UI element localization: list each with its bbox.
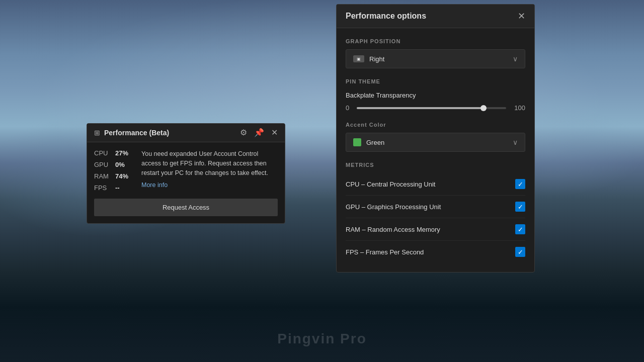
metric-row-cpu: CPU 27% bbox=[94, 149, 134, 157]
accent-color-section-label: Accent Color bbox=[346, 122, 525, 128]
slider-max-label: 100 bbox=[511, 104, 525, 112]
backplate-transparency-label: Backplate Transparency bbox=[346, 92, 525, 99]
transparency-slider[interactable] bbox=[357, 107, 506, 109]
performance-widget: ⊞ Performance (Beta) ⚙ 📌 ✕ CPU 27% GPU 0… bbox=[87, 123, 285, 224]
metric-row-fps: FPS -- bbox=[94, 184, 134, 192]
widget-titlebar-buttons: ⚙ 📌 ✕ bbox=[240, 129, 278, 137]
widget-message-text: You need expanded User Account Control a… bbox=[141, 150, 268, 176]
graph-position-dropdown[interactable]: ▣ Right ∨ bbox=[346, 49, 525, 68]
metric-value-ram: 74% bbox=[115, 172, 128, 180]
slider-thumb[interactable] bbox=[480, 105, 487, 111]
metric-option-gpu: GPU – Graphics Processing Unit ✓ bbox=[346, 196, 525, 218]
panel-body: GRAPH POSITION ▣ Right ∨ PIN THEME Backp… bbox=[337, 38, 534, 272]
panel-title: Performance options bbox=[346, 12, 518, 21]
slider-min-label: 0 bbox=[346, 104, 352, 112]
graph-position-chevron: ∨ bbox=[513, 55, 518, 63]
widget-title-icon: ⊞ bbox=[94, 129, 100, 137]
settings-button[interactable]: ⚙ bbox=[240, 129, 247, 137]
graph-position-icon: ▣ bbox=[353, 55, 364, 62]
metric-option-gpu-checkbox[interactable]: ✓ bbox=[515, 202, 525, 212]
metric-option-fps-checkbox[interactable]: ✓ bbox=[515, 247, 525, 257]
accent-color-dot bbox=[353, 138, 361, 146]
request-access-button[interactable]: Request Access bbox=[94, 199, 278, 216]
metrics-section: METRICS CPU – Central Processing Unit ✓ … bbox=[346, 162, 525, 263]
widget-message-area: You need expanded User Account Control a… bbox=[141, 149, 278, 192]
metric-option-fps: FPS – Frames Per Second ✓ bbox=[346, 241, 525, 263]
metric-label-gpu: GPU bbox=[94, 161, 110, 168]
metric-option-fps-label: FPS – Frames Per Second bbox=[346, 248, 515, 256]
widget-footer: Request Access bbox=[87, 199, 285, 223]
widget-body: CPU 27% GPU 0% RAM 74% FPS -- You need e… bbox=[87, 142, 285, 199]
metric-row-gpu: GPU 0% bbox=[94, 161, 134, 168]
performance-options-panel: Performance options ✕ GRAPH POSITION ▣ R… bbox=[336, 4, 535, 273]
metric-option-cpu: CPU – Central Processing Unit ✓ bbox=[346, 173, 525, 196]
widget-titlebar: ⊞ Performance (Beta) ⚙ 📌 ✕ bbox=[87, 124, 285, 142]
metric-option-gpu-label: GPU – Graphics Processing Unit bbox=[346, 203, 515, 211]
widget-close-button[interactable]: ✕ bbox=[271, 129, 278, 137]
accent-color-chevron: ∨ bbox=[513, 138, 518, 146]
metric-label-cpu: CPU bbox=[94, 149, 110, 157]
metric-option-cpu-label: CPU – Central Processing Unit bbox=[346, 180, 515, 188]
pin-button[interactable]: 📌 bbox=[254, 129, 264, 137]
metric-label-ram: RAM bbox=[94, 172, 110, 180]
panel-close-button[interactable]: ✕ bbox=[518, 12, 525, 21]
metric-value-cpu: 27% bbox=[115, 149, 128, 157]
metrics-section-label: METRICS bbox=[346, 162, 525, 168]
metric-label-fps: FPS bbox=[94, 184, 110, 192]
pin-theme-label: PIN THEME bbox=[346, 78, 525, 84]
widget-metrics: CPU 27% GPU 0% RAM 74% FPS -- bbox=[94, 149, 134, 192]
panel-titlebar: Performance options ✕ bbox=[337, 5, 534, 28]
metric-option-ram: RAM – Random Access Memory ✓ bbox=[346, 218, 525, 241]
metric-value-gpu: 0% bbox=[115, 161, 125, 168]
widget-title: Performance (Beta) bbox=[104, 129, 240, 137]
metric-option-ram-label: RAM – Random Access Memory bbox=[346, 226, 515, 233]
more-info-link[interactable]: More info bbox=[141, 180, 278, 190]
metric-row-ram: RAM 74% bbox=[94, 172, 134, 180]
graph-position-value: Right bbox=[369, 55, 513, 63]
transparency-slider-row: 0 100 bbox=[346, 104, 525, 112]
graph-position-label: GRAPH POSITION bbox=[346, 38, 525, 44]
metric-option-cpu-checkbox[interactable]: ✓ bbox=[515, 179, 525, 189]
accent-color-dropdown[interactable]: Green ∨ bbox=[346, 133, 525, 152]
slider-fill bbox=[357, 107, 484, 109]
accent-color-value: Green bbox=[366, 139, 513, 146]
metric-value-fps: -- bbox=[115, 184, 120, 192]
metric-option-ram-checkbox[interactable]: ✓ bbox=[515, 224, 525, 234]
